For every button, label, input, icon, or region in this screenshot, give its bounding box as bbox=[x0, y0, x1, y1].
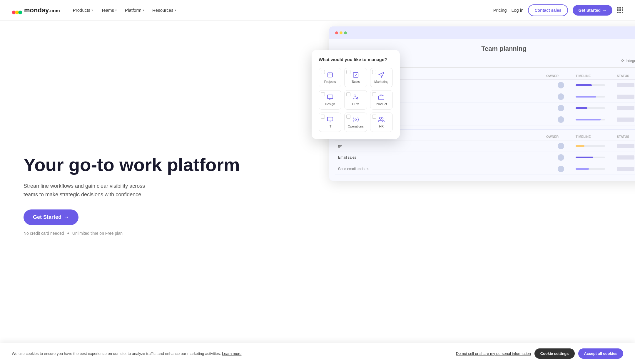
right-panel: ⠿ Team planning Gantt Kanban + ⟳ Integra… bbox=[317, 21, 635, 364]
nav-products[interactable]: Products ▾ bbox=[69, 5, 96, 15]
nav-links: Products ▾ Teams ▾ Platform ▾ Resources … bbox=[69, 5, 493, 15]
manage-item-design[interactable]: Design bbox=[319, 90, 341, 110]
close-window-dot bbox=[335, 31, 338, 34]
chevron-down-icon: ▾ bbox=[143, 9, 144, 12]
design-checkbox[interactable] bbox=[321, 92, 325, 96]
chevron-down-icon: ▾ bbox=[115, 9, 117, 12]
manage-item-operations[interactable]: Operations bbox=[344, 113, 367, 132]
dashboard-header: ⠿ bbox=[329, 26, 635, 39]
svg-rect-9 bbox=[327, 73, 332, 77]
svg-point-2 bbox=[19, 10, 22, 14]
nav-platform[interactable]: Platform ▾ bbox=[121, 5, 148, 15]
table-row: Send email updates Sep 15 bbox=[335, 163, 635, 175]
projects-label: Projects bbox=[324, 80, 336, 83]
product-label: Product bbox=[376, 102, 387, 106]
operations-label: Operations bbox=[348, 125, 364, 128]
learn-more-link[interactable]: Learn more bbox=[222, 351, 241, 356]
marketing-icon bbox=[378, 72, 385, 78]
tab-integrate[interactable]: ⟳ Integrate bbox=[621, 57, 635, 65]
design-icon bbox=[327, 94, 333, 100]
maximize-window-dot bbox=[344, 31, 347, 34]
product-checkbox[interactable] bbox=[372, 92, 376, 96]
main-content: Your go-to work platform Streamline work… bbox=[0, 21, 635, 364]
arrow-right-icon: → bbox=[602, 8, 606, 13]
logo-wordmark: monday.com bbox=[24, 6, 60, 14]
cookie-actions: Do not sell or share my personal informa… bbox=[456, 348, 623, 359]
get-started-main-button[interactable]: Get Started → bbox=[24, 209, 78, 225]
nav-teams[interactable]: Teams ▾ bbox=[98, 5, 120, 15]
manage-item-projects[interactable]: Projects bbox=[319, 68, 341, 87]
tasks-checkbox[interactable] bbox=[346, 70, 350, 74]
cookie-banner: We use cookies to ensure you have the be… bbox=[0, 343, 635, 364]
logo[interactable]: monday.com bbox=[12, 5, 60, 16]
accept-cookies-button[interactable]: Accept all cookies bbox=[578, 348, 623, 359]
apps-grid-icon[interactable] bbox=[617, 7, 623, 13]
svg-point-14 bbox=[354, 95, 356, 97]
nav-login[interactable]: Log in bbox=[512, 8, 524, 13]
arrow-right-icon: → bbox=[64, 214, 69, 220]
marketing-checkbox[interactable] bbox=[372, 70, 376, 74]
hr-icon bbox=[378, 116, 385, 123]
crm-icon bbox=[352, 94, 359, 100]
minimize-window-dot bbox=[340, 31, 342, 34]
logo-icon bbox=[12, 5, 22, 16]
contact-sales-button[interactable]: Contact sales bbox=[528, 4, 568, 16]
projects-checkbox[interactable] bbox=[321, 70, 325, 74]
chevron-down-icon: ▾ bbox=[175, 9, 176, 12]
svg-rect-16 bbox=[379, 96, 384, 100]
manage-item-product[interactable]: Product bbox=[370, 90, 393, 110]
hero-title: Your go-to work platform bbox=[24, 155, 300, 175]
separator-dot: ✦ bbox=[66, 231, 70, 236]
manage-modal-overlay: What would you like to manage? Projects bbox=[312, 50, 400, 139]
manage-item-crm[interactable]: CRM bbox=[344, 90, 367, 110]
tasks-label: Tasks bbox=[352, 80, 360, 83]
cookie-settings-button[interactable]: Cookie settings bbox=[534, 348, 575, 359]
window-controls bbox=[335, 31, 347, 34]
manage-item-it[interactable]: IT bbox=[319, 113, 341, 132]
crm-label: CRM bbox=[352, 102, 359, 106]
svg-point-0 bbox=[12, 10, 16, 14]
hr-checkbox[interactable] bbox=[372, 115, 376, 119]
cookie-text: We use cookies to ensure you have the be… bbox=[12, 351, 449, 357]
manage-item-hr[interactable]: HR bbox=[370, 113, 393, 132]
table-row: Email sales Sep 06 bbox=[335, 152, 635, 163]
svg-point-1 bbox=[15, 10, 19, 14]
product-icon bbox=[378, 94, 385, 100]
navbar: monday.com Products ▾ Teams ▾ Platform ▾… bbox=[0, 0, 635, 21]
it-label: IT bbox=[329, 125, 332, 128]
manage-modal-grid: Projects Tasks bbox=[319, 68, 393, 132]
hero-footnote: No credit card needed ✦ Unlimited time o… bbox=[24, 231, 300, 236]
operations-checkbox[interactable] bbox=[346, 115, 350, 119]
manage-item-tasks[interactable]: Tasks bbox=[344, 68, 367, 87]
table-row: ge Sep 02 bbox=[335, 140, 635, 152]
get-started-nav-button[interactable]: Get Started → bbox=[573, 5, 612, 16]
it-checkbox[interactable] bbox=[321, 115, 325, 119]
svg-rect-13 bbox=[327, 95, 332, 99]
nav-resources[interactable]: Resources ▾ bbox=[149, 5, 180, 15]
design-label: Design bbox=[325, 102, 335, 106]
projects-icon bbox=[327, 72, 333, 78]
nav-pricing[interactable]: Pricing bbox=[493, 8, 507, 13]
hr-label: HR bbox=[379, 125, 384, 128]
hero-subtitle: Streamline workflows and gain clear visi… bbox=[24, 182, 153, 199]
manage-modal-title: What would you like to manage? bbox=[319, 57, 393, 62]
svg-rect-17 bbox=[327, 117, 332, 121]
svg-point-20 bbox=[355, 119, 357, 120]
tasks-icon bbox=[352, 72, 359, 78]
hero-panel: Your go-to work platform Streamline work… bbox=[0, 21, 317, 364]
crm-checkbox[interactable] bbox=[346, 92, 350, 96]
do-not-sell-button[interactable]: Do not sell or share my personal informa… bbox=[456, 351, 531, 356]
manage-modal: What would you like to manage? Projects bbox=[312, 50, 400, 139]
chevron-down-icon: ▾ bbox=[91, 9, 93, 12]
svg-point-21 bbox=[380, 117, 382, 119]
marketing-label: Marketing bbox=[374, 80, 388, 83]
operations-icon bbox=[352, 116, 359, 123]
nav-right: Pricing Log in Contact sales Get Started… bbox=[493, 4, 623, 16]
manage-item-marketing[interactable]: Marketing bbox=[370, 68, 393, 87]
it-icon bbox=[327, 116, 333, 123]
